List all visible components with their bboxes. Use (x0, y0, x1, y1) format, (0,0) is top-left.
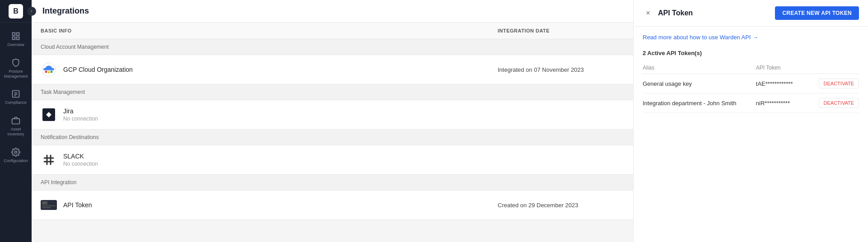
right-panel-title-group: × API Token (643, 8, 693, 19)
tokens-header-action (810, 62, 859, 74)
tokens-header-token: API Token (756, 62, 810, 74)
token-value-1: tAE************ (756, 74, 810, 93)
main-header: Integrations (32, 0, 633, 23)
page-title: Integrations (42, 6, 89, 16)
integration-date-api: Created on 29 December 2023 (498, 202, 624, 209)
sidebar-logo: B › (0, 0, 32, 23)
integration-name-api: API Token (63, 201, 498, 209)
overview-icon (11, 32, 20, 41)
token-alias-1: General usage key (643, 74, 756, 93)
integration-name-gcp: GCP Cloud Organization (63, 66, 498, 73)
jira-icon (41, 107, 57, 123)
configuration-icon (11, 148, 20, 157)
section-notification: Notification Destinations (32, 130, 633, 145)
slack-icon (41, 152, 57, 168)
section-cloud-account: Cloud Account Management (32, 39, 633, 55)
sidebar-item-label-posture: Posture Management (2, 69, 30, 79)
integration-info-api: API Token (63, 201, 498, 209)
logo-letter: B (9, 4, 23, 19)
table-row: Integration department - John Smith niR*… (643, 93, 859, 113)
api-docs-link[interactable]: Read more about how to use Warden API → (643, 34, 859, 41)
list-item: Jira No connection (32, 100, 633, 130)
api-token-icon (41, 197, 57, 213)
svg-point-13 (51, 71, 53, 73)
sidebar-item-label-overview: Overview (7, 42, 24, 47)
right-panel-title: API Token (658, 9, 693, 17)
svg-rect-22 (42, 207, 51, 208)
table-header-row: BASIC INFO INTEGRATION DATE (32, 23, 633, 39)
section-api-integration: API Integration (32, 175, 633, 191)
deactivate-cell-2: DEACTIVATE (810, 93, 859, 113)
deactivate-button-2[interactable]: DEACTIVATE (819, 98, 859, 108)
svg-point-9 (15, 151, 17, 153)
svg-rect-8 (12, 119, 20, 124)
tokens-header-alias: Alias (643, 62, 756, 74)
asset-inventory-icon (11, 116, 20, 125)
svg-rect-3 (13, 37, 15, 40)
gcp-icon (41, 61, 57, 78)
integration-info-slack: SLACK No connection (63, 153, 498, 167)
svg-rect-1 (17, 33, 19, 36)
right-panel-header: × API Token CREATE NEW API TOKEN (634, 0, 868, 27)
token-value-2: niR*********** (756, 93, 810, 113)
sidebar: B › Overview Posture Management Complian… (0, 0, 32, 242)
svg-rect-21 (42, 205, 56, 206)
sidebar-item-label-asset-inventory: Asset Inventory (2, 127, 30, 137)
compliance-icon (11, 89, 20, 98)
integration-status-jira: No connection (63, 116, 498, 122)
sidebar-toggle[interactable]: › (27, 7, 36, 16)
close-icon[interactable]: × (643, 8, 653, 19)
token-alias-2: Integration department - John Smith (643, 93, 756, 113)
integration-status-slack: No connection (63, 161, 498, 167)
sidebar-item-configuration[interactable]: Configuration (0, 143, 32, 168)
posture-management-icon (11, 58, 20, 67)
svg-rect-2 (17, 37, 19, 40)
integrations-body: BASIC INFO INTEGRATION DATE Cloud Accoun… (32, 23, 633, 242)
header-integration-date: INTEGRATION DATE (498, 28, 624, 33)
section-task-management: Task Management (32, 84, 633, 100)
table-row: General usage key tAE************ DEACTI… (643, 74, 859, 93)
sidebar-item-compliance[interactable]: Compliance (0, 85, 32, 110)
deactivate-cell-1: DEACTIVATE (810, 74, 859, 93)
svg-point-12 (48, 71, 50, 74)
list-item: GCP Cloud Organization Integrated on 07 … (32, 55, 633, 84)
list-item: API Token Created on 29 December 2023 (32, 191, 633, 220)
svg-rect-0 (13, 33, 15, 36)
sidebar-item-label-compliance: Compliance (5, 100, 27, 105)
integration-info-jira: Jira No connection (63, 107, 498, 122)
right-panel-body: Read more about how to use Warden API → … (634, 27, 868, 242)
deactivate-button-1[interactable]: DEACTIVATE (819, 79, 859, 88)
svg-rect-20 (42, 201, 47, 205)
right-panel: × API Token CREATE NEW API TOKEN Read mo… (633, 0, 868, 242)
integrations-table: BASIC INFO INTEGRATION DATE Cloud Accoun… (32, 23, 633, 220)
header-basic-info: BASIC INFO (41, 28, 498, 33)
integration-name-slack: SLACK (63, 153, 498, 160)
create-api-token-button[interactable]: CREATE NEW API TOKEN (775, 6, 859, 20)
integration-date-gcp: Integrated on 07 November 2023 (498, 66, 624, 73)
sidebar-item-asset-inventory[interactable]: Asset Inventory (0, 112, 32, 141)
sidebar-item-label-configuration: Configuration (4, 158, 28, 163)
sidebar-nav: Overview Posture Management Compliance A… (0, 23, 32, 168)
svg-point-11 (45, 71, 47, 73)
tokens-table: Alias API Token General usage key tAE***… (643, 62, 859, 113)
main-content: Integrations BASIC INFO INTEGRATION DATE… (32, 0, 633, 242)
sidebar-item-posture-management[interactable]: Posture Management (0, 54, 32, 84)
sidebar-item-overview[interactable]: Overview (0, 27, 32, 52)
list-item: SLACK No connection (32, 145, 633, 175)
integration-name-jira: Jira (63, 107, 498, 115)
active-tokens-count: 2 Active API Token(s) (643, 50, 859, 56)
integration-info-gcp: GCP Cloud Organization (63, 66, 498, 73)
